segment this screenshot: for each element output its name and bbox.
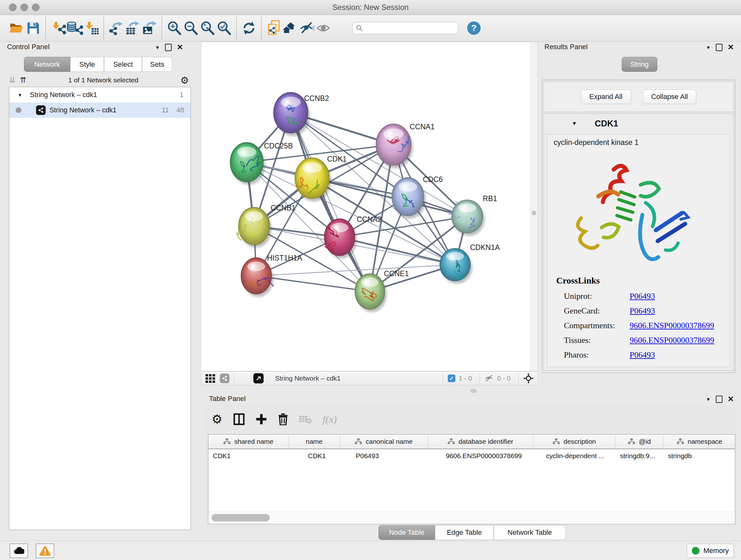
column-header-canonical-name[interactable]: canonical name [340, 435, 428, 449]
warnings-button[interactable] [36, 543, 54, 558]
node-CDC25B[interactable]: CDC25B [230, 142, 293, 185]
column-type-icon [355, 438, 362, 445]
tab-network[interactable]: Network [24, 57, 70, 72]
control-panel-menu-icon[interactable]: ▼ [155, 45, 160, 50]
tab-sets[interactable]: Sets [142, 57, 172, 72]
network-results-splitter[interactable] [530, 42, 538, 371]
expand-all-icon[interactable]: ⇈ [20, 76, 26, 84]
tree-expand-icon[interactable]: ▼ [17, 92, 22, 98]
expand-all-button[interactable]: Expand All [581, 89, 631, 104]
column-header-shared-name[interactable]: shared name [208, 435, 289, 449]
column-header-database-identifier[interactable]: database identifier [428, 435, 533, 449]
import-network-database-button[interactable] [66, 19, 83, 37]
show-hidden-button[interactable] [315, 19, 332, 37]
table-panel-menu-icon[interactable]: ▼ [706, 396, 711, 402]
zoom-in-button[interactable] [166, 19, 183, 37]
fit-crosshair-icon[interactable] [523, 373, 534, 384]
cell-database-identifier: 9606.ENSP00000378699 [428, 452, 533, 460]
zoom-fit-button[interactable] [199, 19, 216, 37]
crosslink-compartments-link[interactable]: 9606.ENSP00000378699 [630, 321, 714, 330]
zoom-selected-icon [217, 21, 231, 36]
node-CDC6[interactable]: CDC6 [392, 175, 443, 219]
column-header-id[interactable]: @id [616, 435, 664, 449]
node-RB1[interactable]: RB1 [449, 194, 497, 236]
table-horizontal-scrollbar[interactable] [209, 511, 734, 523]
houses-icon [282, 21, 299, 35]
tree-row-network[interactable]: String Network – cdk1 11 48 [9, 103, 191, 118]
toolbar-separator [104, 16, 104, 40]
birdseye-grid-icon[interactable] [205, 374, 215, 383]
crosslink-tissues-link[interactable]: 9606.ENSP00000378699 [630, 335, 714, 345]
tab-style[interactable]: Style [70, 57, 104, 72]
scrollbar-thumb[interactable] [212, 514, 270, 521]
column-header-name[interactable]: name [289, 435, 340, 449]
export-network-button[interactable] [108, 19, 125, 37]
results-panel-menu-icon[interactable]: ▼ [706, 45, 711, 50]
table-panel-float-icon[interactable] [716, 395, 723, 403]
collapse-all-icon[interactable]: ⇊ [9, 76, 15, 84]
network-share-badge-icon[interactable] [220, 374, 229, 383]
results-panel-close-icon[interactable]: ✕ [728, 44, 734, 51]
refresh-view-button[interactable] [241, 19, 257, 37]
column-header-namespace[interactable]: namespace [664, 435, 735, 449]
section-collapse-icon[interactable]: ▼ [572, 121, 577, 126]
network-graph[interactable]: CCNB2CCNA1CDC25BCDK1CDC6RB1CCNB1CCNA2CDK… [201, 42, 538, 371]
crosslink-label: Tissues: [564, 335, 630, 345]
import-table-button[interactable] [83, 19, 99, 37]
tab-select[interactable]: Select [104, 57, 142, 72]
delete-column-trash-icon[interactable] [278, 413, 288, 425]
results-panel-float-icon[interactable] [716, 44, 723, 51]
splitter-handle[interactable] [532, 211, 536, 215]
gear-icon[interactable]: ⚙ [180, 75, 189, 86]
control-panel-float-icon[interactable] [165, 44, 172, 51]
cloud-status-button[interactable] [10, 543, 28, 558]
export-image-button[interactable] [141, 19, 158, 37]
column-type-icon [223, 438, 230, 445]
table-settings-gear-icon[interactable]: ⚙ [212, 413, 222, 425]
external-view-icon[interactable] [253, 373, 264, 383]
tab-string[interactable]: String [622, 57, 657, 72]
crosslink-uniprot-link[interactable]: P06493 [630, 292, 655, 301]
node-CDKN1A[interactable]: CDKN1A [440, 243, 500, 284]
memory-button[interactable]: Memory [687, 544, 734, 558]
collapse-all-button[interactable]: Collapse All [643, 89, 697, 104]
search-input[interactable] [365, 24, 455, 32]
string-results-container: Expand All Collapse All ▼ CDK1 cyclin-de… [542, 80, 735, 373]
tree-row-collection[interactable]: ▼ String Network – cdk1 1 [9, 87, 191, 103]
show-all-networks-button[interactable] [282, 19, 299, 37]
hide-selected-button[interactable] [299, 19, 315, 37]
zoom-selected-button[interactable] [216, 19, 232, 37]
zoom-out-button[interactable] [183, 19, 199, 37]
protein-section-header[interactable]: ▼ CDK1 [544, 114, 733, 133]
horizontal-splitter-handle[interactable] [470, 389, 477, 393]
control-panel-close-icon[interactable]: ✕ [177, 44, 183, 51]
selected-checkbox-icon[interactable]: ✓ [448, 374, 455, 382]
node-HIST1H1A[interactable]: HIST1H1A [241, 254, 302, 297]
tab-edge-table[interactable]: Edge Table [435, 525, 494, 540]
help-button[interactable]: ? [467, 21, 481, 35]
node-CCNA2[interactable]: CCNA2 [324, 215, 382, 259]
save-session-button[interactable] [25, 19, 42, 37]
node-CCNB2[interactable]: CCNB2 [273, 92, 329, 136]
toolbar-separator [480, 373, 480, 384]
node-CCNA1[interactable]: CCNA1 [376, 123, 434, 168]
table-row[interactable]: CDK1 CDK1 P06493 9606.ENSP00000378699 cy… [208, 449, 735, 462]
network-view-canvas[interactable]: CCNB2CCNA1CDC25BCDK1CDC6RB1CCNB1CCNA2CDK… [201, 42, 538, 371]
open-session-button[interactable] [8, 19, 25, 37]
node-CCNB1[interactable]: CCNB1 [237, 204, 295, 248]
table-panel-close-icon[interactable]: ✕ [728, 395, 734, 403]
hidden-eye-slash-icon[interactable] [484, 374, 494, 382]
crosslink-genecard-link[interactable]: P06493 [630, 306, 655, 316]
edge-CCNA2-CDKN1A[interactable] [340, 237, 455, 265]
column-header-description[interactable]: description [533, 435, 616, 449]
crosslink-pharos-link[interactable]: P06493 [630, 350, 655, 360]
export-table-button[interactable] [125, 19, 141, 37]
tab-node-table[interactable]: Node Table [379, 525, 435, 540]
edge-CCNB2-CCNE1[interactable] [291, 113, 370, 292]
add-column-plus-icon[interactable] [256, 414, 267, 425]
clone-network-view-button[interactable] [266, 19, 282, 37]
show-columns-icon[interactable] [233, 413, 245, 425]
tab-network-table[interactable]: Network Table [494, 525, 566, 540]
node-CCNE1[interactable]: CCNE1 [355, 269, 409, 312]
import-network-file-button[interactable] [50, 19, 66, 37]
